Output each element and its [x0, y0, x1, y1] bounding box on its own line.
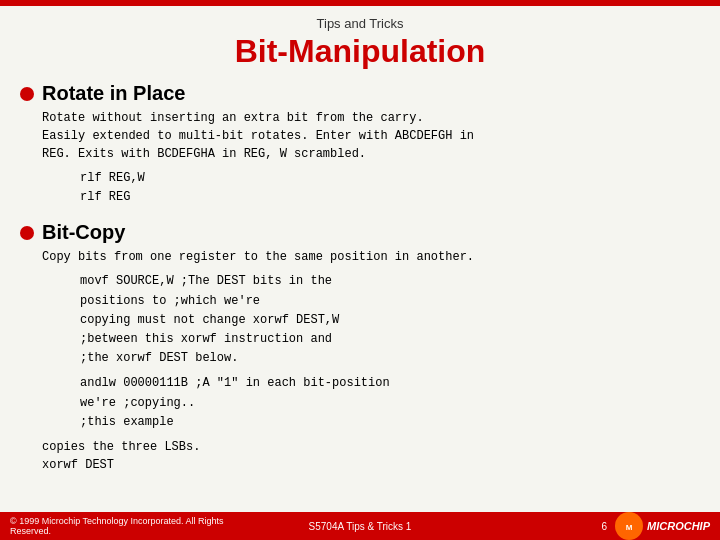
- slide-subtitle: Tips and Tricks: [20, 16, 700, 31]
- slide-container: Tips and Tricks Bit-Manipulation Rotate …: [0, 6, 720, 540]
- bitcopy-code-1-3: copying must not change xorwf DEST,W: [80, 311, 700, 330]
- footer: © 1999 Microchip Technology Incorporated…: [0, 512, 720, 540]
- rotate-code: rlf REG,W rlf REG: [80, 169, 700, 207]
- section-rotate: Rotate in Place Rotate without inserting…: [20, 82, 700, 207]
- section-bitcopy-header: Bit-Copy: [20, 221, 700, 244]
- bitcopy-code-2-3: ;this example: [80, 413, 700, 432]
- rotate-code-2: rlf REG: [80, 188, 700, 207]
- bitcopy-code-1-4: ;between this xorwf instruction and: [80, 330, 700, 349]
- rotate-desc-3: REG. Exits with BCDEFGHA in REG, W scram…: [42, 145, 700, 163]
- bitcopy-trailing: copies the three LSBs. xorwf DEST: [42, 438, 700, 474]
- bitcopy-code-1: movf SOURCE,W ;The DEST bits in the posi…: [80, 272, 700, 368]
- rotate-code-1: rlf REG,W: [80, 169, 700, 188]
- bitcopy-code-1-1: movf SOURCE,W ;The DEST bits in the: [80, 272, 700, 291]
- microchip-logo: M MICROCHIP: [615, 512, 710, 540]
- bitcopy-code-2-1: andlw 00000111B ;A "1" in each bit-posit…: [80, 374, 700, 393]
- microchip-logo-text: MICROCHIP: [647, 520, 710, 532]
- section-rotate-title: Rotate in Place: [42, 82, 185, 105]
- bitcopy-desc-1: Copy bits from one register to the same …: [42, 248, 700, 266]
- microchip-logo-icon: M: [615, 512, 643, 540]
- footer-copyright: © 1999 Microchip Technology Incorporated…: [10, 516, 243, 536]
- section-bitcopy-title: Bit-Copy: [42, 221, 125, 244]
- section-bitcopy: Bit-Copy Copy bits from one register to …: [20, 221, 700, 474]
- bitcopy-code-1-2: positions to ;which we're: [80, 292, 700, 311]
- bitcopy-trailing-1: copies the three LSBs.: [42, 438, 700, 456]
- bitcopy-code-2-2: we're ;copying..: [80, 394, 700, 413]
- bullet-rotate: [20, 87, 34, 101]
- footer-slide-id: S5704A Tips & Tricks 1: [243, 521, 476, 532]
- section-rotate-header: Rotate in Place: [20, 82, 700, 105]
- rotate-desc-1: Rotate without inserting an extra bit fr…: [42, 109, 700, 127]
- footer-right: 6 M MICROCHIP: [477, 512, 710, 540]
- bitcopy-code-1-5: ;the xorwf DEST below.: [80, 349, 700, 368]
- section-bitcopy-description: Copy bits from one register to the same …: [42, 248, 700, 266]
- slide-title: Bit-Manipulation: [20, 33, 700, 70]
- footer-page-number: 6: [601, 521, 607, 532]
- bitcopy-code-2: andlw 00000111B ;A "1" in each bit-posit…: [80, 374, 700, 432]
- bitcopy-trailing-2: xorwf DEST: [42, 456, 700, 474]
- microchip-logo-svg: M: [619, 516, 639, 536]
- bullet-bitcopy: [20, 226, 34, 240]
- rotate-desc-2: Easily extended to multi-bit rotates. En…: [42, 127, 700, 145]
- svg-text:M: M: [626, 523, 633, 532]
- section-rotate-description: Rotate without inserting an extra bit fr…: [42, 109, 700, 163]
